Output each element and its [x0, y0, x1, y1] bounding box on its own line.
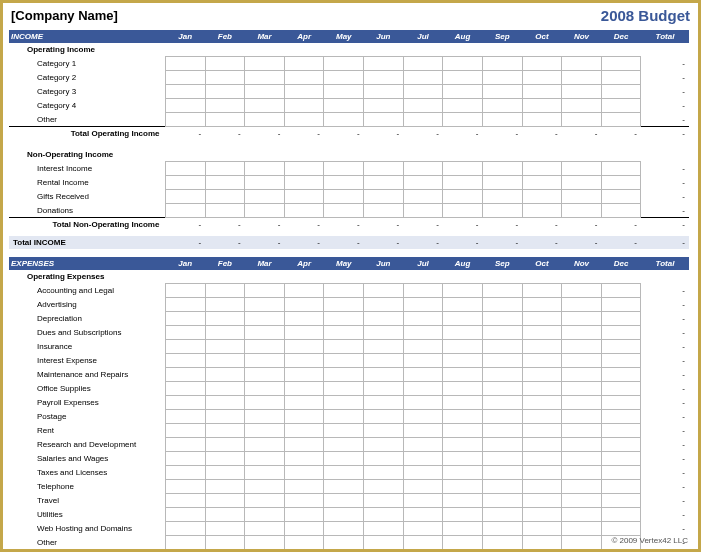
cell-input[interactable] — [522, 396, 562, 410]
cell-input[interactable] — [482, 284, 522, 298]
cell-input[interactable] — [562, 452, 602, 466]
cell-input[interactable] — [245, 438, 285, 452]
cell-input[interactable] — [165, 438, 205, 452]
cell-input[interactable] — [562, 204, 602, 218]
cell-input[interactable] — [165, 85, 205, 99]
cell-input[interactable] — [165, 57, 205, 71]
cell-input[interactable] — [443, 113, 483, 127]
cell-input[interactable] — [324, 312, 364, 326]
cell-input[interactable] — [284, 312, 324, 326]
cell-input[interactable] — [245, 284, 285, 298]
cell-input[interactable] — [403, 71, 443, 85]
cell-input[interactable] — [522, 480, 562, 494]
cell-input[interactable] — [522, 85, 562, 99]
cell-input[interactable] — [364, 99, 404, 113]
cell-input[interactable] — [482, 508, 522, 522]
cell-input[interactable] — [324, 480, 364, 494]
cell-input[interactable] — [562, 85, 602, 99]
cell-input[interactable] — [364, 536, 404, 550]
cell-input[interactable] — [364, 466, 404, 480]
cell-input[interactable] — [403, 176, 443, 190]
cell-input[interactable] — [324, 494, 364, 508]
cell-input[interactable] — [284, 298, 324, 312]
cell-input[interactable] — [165, 536, 205, 550]
cell-input[interactable] — [562, 113, 602, 127]
cell-input[interactable] — [443, 452, 483, 466]
cell-input[interactable] — [284, 340, 324, 354]
cell-input[interactable] — [482, 190, 522, 204]
cell-input[interactable] — [482, 452, 522, 466]
cell-input[interactable] — [245, 494, 285, 508]
cell-input[interactable] — [562, 438, 602, 452]
cell-input[interactable] — [601, 71, 641, 85]
cell-input[interactable] — [562, 326, 602, 340]
cell-input[interactable] — [601, 190, 641, 204]
cell-input[interactable] — [403, 536, 443, 550]
cell-input[interactable] — [482, 522, 522, 536]
cell-input[interactable] — [245, 57, 285, 71]
cell-input[interactable] — [284, 466, 324, 480]
cell-input[interactable] — [364, 480, 404, 494]
cell-input[interactable] — [284, 396, 324, 410]
cell-input[interactable] — [601, 326, 641, 340]
cell-input[interactable] — [284, 113, 324, 127]
cell-input[interactable] — [482, 312, 522, 326]
cell-input[interactable] — [205, 162, 245, 176]
cell-input[interactable] — [601, 284, 641, 298]
cell-input[interactable] — [522, 452, 562, 466]
cell-input[interactable] — [324, 284, 364, 298]
cell-input[interactable] — [284, 522, 324, 536]
cell-input[interactable] — [601, 396, 641, 410]
cell-input[interactable] — [205, 99, 245, 113]
cell-input[interactable] — [443, 99, 483, 113]
cell-input[interactable] — [245, 368, 285, 382]
cell-input[interactable] — [205, 410, 245, 424]
cell-input[interactable] — [245, 71, 285, 85]
cell-input[interactable] — [443, 162, 483, 176]
cell-input[interactable] — [601, 113, 641, 127]
cell-input[interactable] — [601, 85, 641, 99]
cell-input[interactable] — [403, 508, 443, 522]
cell-input[interactable] — [522, 204, 562, 218]
cell-input[interactable] — [165, 410, 205, 424]
cell-input[interactable] — [403, 494, 443, 508]
cell-input[interactable] — [165, 113, 205, 127]
cell-input[interactable] — [403, 284, 443, 298]
cell-input[interactable] — [245, 452, 285, 466]
cell-input[interactable] — [443, 368, 483, 382]
cell-input[interactable] — [403, 85, 443, 99]
cell-input[interactable] — [165, 340, 205, 354]
cell-input[interactable] — [364, 162, 404, 176]
cell-input[interactable] — [403, 312, 443, 326]
cell-input[interactable] — [403, 382, 443, 396]
cell-input[interactable] — [364, 284, 404, 298]
cell-input[interactable] — [403, 466, 443, 480]
cell-input[interactable] — [562, 162, 602, 176]
cell-input[interactable] — [205, 312, 245, 326]
cell-input[interactable] — [165, 508, 205, 522]
cell-input[interactable] — [324, 85, 364, 99]
cell-input[interactable] — [601, 494, 641, 508]
cell-input[interactable] — [403, 326, 443, 340]
cell-input[interactable] — [205, 284, 245, 298]
cell-input[interactable] — [403, 396, 443, 410]
cell-input[interactable] — [324, 508, 364, 522]
cell-input[interactable] — [522, 162, 562, 176]
cell-input[interactable] — [403, 57, 443, 71]
cell-input[interactable] — [522, 113, 562, 127]
cell-input[interactable] — [324, 113, 364, 127]
cell-input[interactable] — [522, 410, 562, 424]
cell-input[interactable] — [245, 85, 285, 99]
cell-input[interactable] — [165, 368, 205, 382]
cell-input[interactable] — [324, 204, 364, 218]
cell-input[interactable] — [364, 382, 404, 396]
cell-input[interactable] — [522, 494, 562, 508]
cell-input[interactable] — [403, 452, 443, 466]
cell-input[interactable] — [284, 284, 324, 298]
cell-input[interactable] — [205, 494, 245, 508]
cell-input[interactable] — [324, 354, 364, 368]
cell-input[interactable] — [324, 396, 364, 410]
cell-input[interactable] — [443, 508, 483, 522]
cell-input[interactable] — [364, 298, 404, 312]
cell-input[interactable] — [165, 522, 205, 536]
